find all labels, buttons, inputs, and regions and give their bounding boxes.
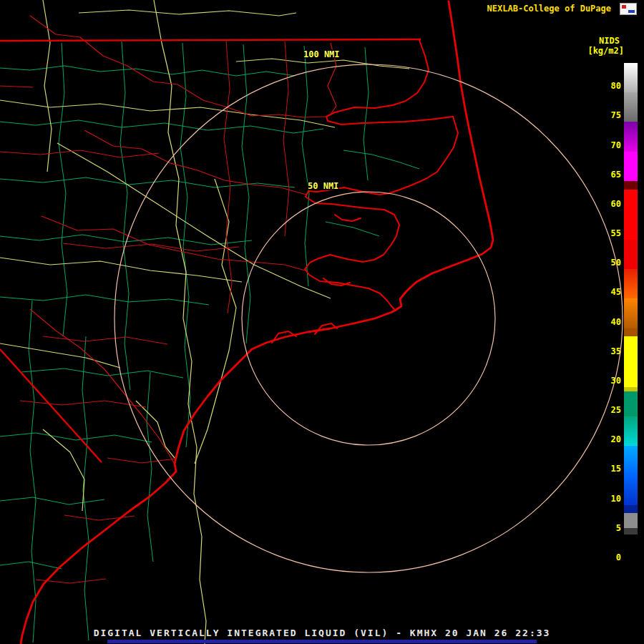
colorbar-label-25: 25 <box>611 405 621 415</box>
colorbar-label-0: 0 <box>616 552 621 562</box>
county-line <box>364 47 369 180</box>
colorbar-label-5: 5 <box>616 523 621 533</box>
colorbar-label-15: 15 <box>611 464 621 474</box>
river-line <box>30 309 176 467</box>
colorbar-segment-60 <box>624 181 638 210</box>
colorbar-segment-0 <box>624 535 638 564</box>
colorbar-segment-65 <box>624 152 638 181</box>
highway-lines <box>0 0 409 644</box>
boundary-line-red <box>283 42 289 236</box>
colorbar-segment-50 <box>624 240 638 269</box>
county-line <box>29 301 36 643</box>
colorbar-label-45: 45 <box>611 287 621 297</box>
county-line <box>147 372 153 562</box>
county-line <box>0 66 295 76</box>
colorbar-segment-45 <box>624 269 638 298</box>
state-border-nc-va <box>0 39 421 41</box>
boundary-line-red <box>20 401 146 407</box>
colorbar-segment-10 <box>624 475 638 504</box>
highway-line <box>0 343 120 368</box>
colorbar-label-60: 60 <box>611 199 621 209</box>
range-ring-100nmi <box>114 64 623 572</box>
boundary-line-red <box>0 150 159 157</box>
county-line <box>0 120 323 133</box>
colorbar-label-50: 50 <box>611 258 621 268</box>
colorbar-labels: 80757065605550454035302520151050 <box>594 63 621 564</box>
colorbar-gradient <box>624 63 638 564</box>
state-border-nc-sc <box>0 349 102 462</box>
header-logo-icon <box>620 3 637 15</box>
highway-line <box>43 429 84 511</box>
highway-line <box>79 10 296 16</box>
colorbar-label-55: 55 <box>611 228 621 238</box>
header-brand: NEXLAB-College of DuPage <box>487 4 611 14</box>
range-ring-label-100nmi: 100 NMI <box>303 49 340 59</box>
boundary-line-red <box>0 86 33 87</box>
shoreline-albemarle <box>326 40 453 125</box>
county-line <box>343 150 419 169</box>
product-units-label: [kg/m2] <box>587 46 624 56</box>
colorbar-label-35: 35 <box>611 346 621 356</box>
colorbar-label-10: 10 <box>611 494 621 504</box>
colorbar-label-75: 75 <box>611 110 621 120</box>
county-line <box>180 43 190 447</box>
radar-display: 50 NMI 100 NMI NEXLAB-College of DuPage … <box>0 0 644 644</box>
county-line <box>82 336 89 640</box>
product-code-label: NIDS <box>599 36 620 46</box>
highway-line <box>195 179 236 464</box>
county-line <box>59 43 67 336</box>
colorbar-segment-5 <box>624 505 638 535</box>
highway-line <box>236 59 409 69</box>
colorbar-label-20: 20 <box>611 434 621 444</box>
map-canvas: 50 NMI 100 NMI <box>0 0 644 644</box>
colorbar-label-80: 80 <box>611 81 621 91</box>
colorbar-segment-40 <box>624 298 638 328</box>
colorbar-label-65: 65 <box>611 170 621 180</box>
range-rings: 50 NMI 100 NMI <box>114 49 623 572</box>
highway-line <box>136 401 175 458</box>
colorbar-segment-80 <box>624 63 638 92</box>
boundary-line-red <box>224 41 232 313</box>
county-line <box>0 497 104 504</box>
county-line <box>21 369 183 378</box>
colorbar-segment-15 <box>624 446 638 475</box>
colorbar-segment-20 <box>624 416 638 446</box>
colorbar-segment-35 <box>624 328 638 358</box>
product-title: DIGITAL VERTICALLY INTEGRATED LIQUID (VI… <box>0 628 644 638</box>
shoreline-detail <box>335 215 361 221</box>
coastline-outer-banks <box>21 1 493 644</box>
highway-line <box>154 0 206 644</box>
colorbar-segment-55 <box>624 210 638 240</box>
county-lines <box>0 42 419 643</box>
range-ring-50nmi <box>242 192 495 445</box>
boundary-line-red <box>43 336 167 344</box>
county-line <box>326 222 379 236</box>
county-line <box>0 177 295 187</box>
county-line <box>0 295 209 305</box>
river-line <box>30 16 326 117</box>
colorbar-label-30: 30 <box>611 376 621 386</box>
colorbar-segment-70 <box>624 122 638 151</box>
county-line <box>302 46 309 286</box>
colorbar-label-40: 40 <box>611 317 621 327</box>
colorbar-segment-25 <box>624 387 638 416</box>
colorbar-segment-30 <box>624 358 638 387</box>
county-line <box>0 562 62 569</box>
colorbar-segment-75 <box>624 92 638 122</box>
boundary-line-red <box>107 458 176 463</box>
coastline <box>21 1 493 644</box>
colorbar-label-70: 70 <box>611 140 621 150</box>
range-ring-label-50nmi: 50 NMI <box>308 181 338 191</box>
footer-underline <box>107 640 537 643</box>
